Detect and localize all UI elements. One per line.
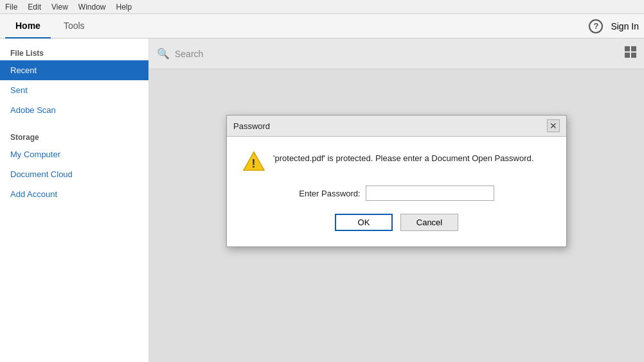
warning-icon: ! (242, 150, 265, 173)
sidebar-item-document-cloud[interactable]: Document Cloud (0, 164, 148, 184)
dialog-titlebar: Password ✕ (227, 116, 566, 137)
dialog-close-button[interactable]: ✕ (547, 119, 560, 132)
ok-button[interactable]: OK (335, 214, 393, 231)
sidebar-item-my-computer[interactable]: My Computer (0, 144, 148, 164)
password-field[interactable] (366, 185, 494, 201)
tab-bar-left: Home Tools (5, 14, 95, 39)
content-area: 🔍 Password ✕ (149, 39, 644, 362)
storage-label: Storage (0, 128, 148, 144)
dialog-message-row: ! 'protected.pdf' is protected. Please e… (242, 150, 551, 173)
menu-edit[interactable]: Edit (28, 3, 41, 12)
help-icon[interactable]: ? (589, 19, 603, 33)
menu-file[interactable]: File (5, 3, 17, 12)
main-layout: File Lists Recent Sent Adobe Scan Storag… (0, 39, 644, 362)
menu-window[interactable]: Window (78, 3, 106, 12)
sidebar-item-recent[interactable]: Recent (0, 60, 148, 80)
password-field-label: Enter Password: (299, 189, 360, 198)
sidebar-divider (0, 120, 148, 128)
tab-bar: Home Tools ? Sign In (0, 14, 644, 39)
dialog-message: 'protected.pdf' is protected. Please ent… (273, 150, 533, 163)
sidebar-item-sent[interactable]: Sent (0, 80, 148, 100)
menu-view[interactable]: View (51, 3, 68, 12)
sign-in-button[interactable]: Sign In (611, 21, 639, 31)
sidebar-item-adobe-scan[interactable]: Adobe Scan (0, 100, 148, 120)
dialog-buttons: OK Cancel (242, 214, 551, 234)
tab-home[interactable]: Home (5, 14, 51, 39)
password-dialog: Password ✕ ! 'protected.pdf' is protecte… (226, 115, 567, 247)
svg-text:!: ! (252, 157, 256, 170)
dialog-body: ! 'protected.pdf' is protected. Please e… (227, 137, 566, 246)
menu-help[interactable]: Help (116, 3, 132, 12)
dialog-overlay: Password ✕ ! 'protected.pdf' is protecte… (149, 39, 644, 362)
file-lists-label: File Lists (0, 44, 148, 60)
dialog-title: Password (233, 121, 270, 131)
sidebar: File Lists Recent Sent Adobe Scan Storag… (0, 39, 149, 362)
tab-bar-right: ? Sign In (589, 19, 639, 33)
dialog-field-row: Enter Password: (242, 185, 551, 201)
cancel-button[interactable]: Cancel (400, 214, 458, 231)
sidebar-item-add-account[interactable]: Add Account (0, 184, 148, 204)
menu-bar: File Edit View Window Help (0, 0, 644, 14)
tab-tools[interactable]: Tools (53, 14, 95, 39)
